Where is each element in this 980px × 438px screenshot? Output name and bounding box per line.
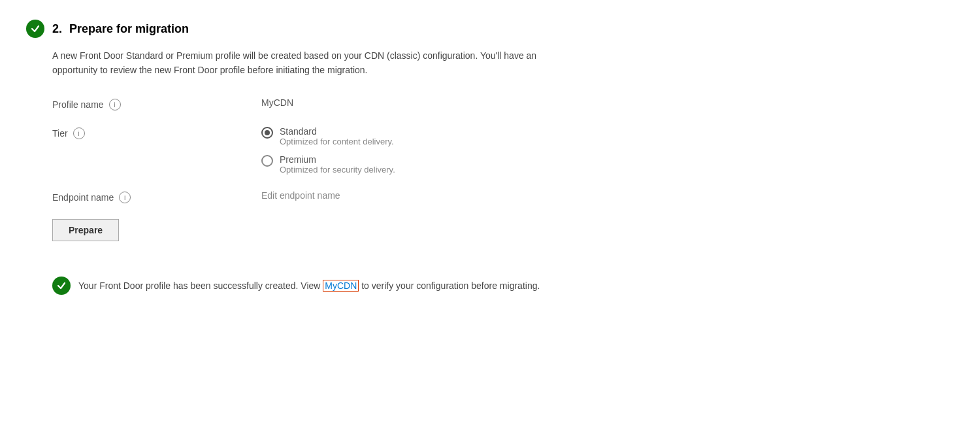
tier-label: Tier i — [52, 126, 261, 139]
success-message: Your Front Door profile has been success… — [78, 280, 540, 291]
section-header: 2. Prepare for migration — [26, 20, 954, 38]
section-title: 2. Prepare for migration — [52, 22, 189, 36]
tier-options: Standard Optimized for content delivery.… — [261, 126, 395, 175]
endpoint-name-row: Endpoint name i Edit endpoint name — [52, 190, 954, 203]
radio-premium[interactable] — [261, 155, 273, 167]
tier-row: Tier i Standard Optimized for content de… — [52, 126, 954, 175]
radio-standard[interactable] — [261, 127, 273, 139]
profile-name-label: Profile name i — [52, 97, 261, 110]
profile-name-info-icon[interactable]: i — [109, 99, 121, 110]
success-check-icon — [52, 277, 71, 295]
tier-info-icon[interactable]: i — [73, 127, 85, 139]
tier-premium-description: Optimized for security delivery. — [280, 165, 395, 175]
check-icon — [26, 20, 44, 38]
tier-premium-label: Premium — [280, 154, 395, 165]
radio-standard-inner — [265, 130, 270, 135]
section-description: A new Front Door Standard or Premium pro… — [26, 48, 614, 78]
tier-standard-description: Optimized for content delivery. — [280, 137, 394, 146]
tier-option-standard[interactable]: Standard Optimized for content delivery. — [261, 126, 395, 146]
profile-name-row: Profile name i MyCDN — [52, 97, 954, 110]
tier-standard-text: Standard Optimized for content delivery. — [280, 126, 394, 146]
mycdn-link[interactable]: MyCDN — [323, 280, 359, 292]
endpoint-name-label: Endpoint name i — [52, 190, 261, 203]
prepare-button-area: Prepare — [52, 219, 954, 257]
tier-premium-text: Premium Optimized for security delivery. — [280, 154, 395, 175]
endpoint-name-value[interactable]: Edit endpoint name — [261, 190, 340, 201]
tier-standard-label: Standard — [280, 126, 394, 137]
endpoint-name-info-icon[interactable]: i — [119, 192, 131, 203]
tier-option-premium[interactable]: Premium Optimized for security delivery. — [261, 154, 395, 175]
prepare-button[interactable]: Prepare — [52, 219, 119, 241]
profile-name-value: MyCDN — [261, 97, 293, 108]
form-area: Profile name i MyCDN Tier i Standard Opt… — [26, 97, 954, 301]
success-banner: Your Front Door profile has been success… — [52, 270, 954, 301]
